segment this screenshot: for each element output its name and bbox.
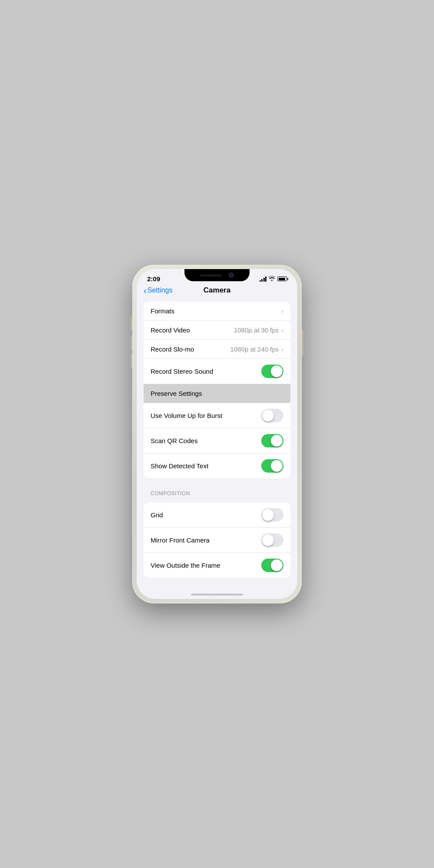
- scan-qr-toggle[interactable]: [261, 434, 283, 447]
- back-chevron-icon: ‹: [144, 286, 147, 296]
- scan-qr-label: Scan QR Codes: [151, 437, 261, 444]
- back-label: Settings: [148, 286, 173, 294]
- home-indicator: [191, 594, 243, 595]
- show-text-toggle[interactable]: [261, 459, 283, 473]
- volume-burst-toggle[interactable]: [261, 409, 283, 422]
- phone-frame: 2:09: [132, 265, 302, 603]
- volume-burst-label: Use Volume Up for Burst: [151, 412, 261, 419]
- record-stereo-toggle[interactable]: [261, 365, 283, 378]
- chevron-right-icon: ›: [281, 308, 283, 315]
- grid-toggle[interactable]: [261, 508, 283, 522]
- back-button[interactable]: ‹ Settings: [144, 286, 172, 296]
- formats-label: Formats: [151, 307, 281, 315]
- mirror-camera-toggle[interactable]: [261, 533, 283, 547]
- preserve-settings-label: Preserve Settings: [151, 390, 281, 397]
- record-video-value: 1080p at 30 fps: [234, 326, 279, 334]
- main-settings-group: Formats › Record Video 1080p at 30 fps ›…: [144, 302, 290, 478]
- toggle-thumb: [262, 534, 274, 546]
- mirror-camera-row: Mirror Front Camera: [144, 528, 290, 553]
- preserve-settings-row[interactable]: Preserve Settings ›: [144, 384, 290, 403]
- record-stereo-row: Record Stereo Sound: [144, 359, 290, 384]
- record-stereo-label: Record Stereo Sound: [151, 368, 261, 375]
- content-area: Formats › Record Video 1080p at 30 fps ›…: [137, 298, 297, 589]
- toggle-thumb: [271, 365, 283, 377]
- volume-burst-row: Use Volume Up for Burst: [144, 403, 290, 428]
- wifi-icon: [269, 276, 275, 282]
- view-outside-toggle[interactable]: [261, 559, 283, 572]
- grid-row: Grid: [144, 503, 290, 528]
- mirror-camera-label: Mirror Front Camera: [151, 536, 261, 544]
- show-text-label: Show Detected Text: [151, 462, 261, 470]
- page-title: Camera: [204, 286, 230, 295]
- composition-section-header: COMPOSITION: [137, 482, 297, 499]
- composition-settings-group: Grid Mirror Front Camera View Outside th…: [144, 503, 290, 578]
- record-video-row[interactable]: Record Video 1080p at 30 fps ›: [144, 321, 290, 340]
- chevron-right-icon: ›: [281, 346, 283, 353]
- formats-row[interactable]: Formats ›: [144, 302, 290, 321]
- toggle-thumb: [262, 509, 274, 521]
- toggle-thumb: [271, 559, 283, 571]
- notch: [184, 269, 250, 281]
- photo-capture-section-header: PHOTO CAPTURE: [137, 581, 297, 589]
- view-outside-row: View Outside the Frame: [144, 553, 290, 578]
- navigation-bar: ‹ Settings Camera: [137, 284, 297, 298]
- record-slomo-row[interactable]: Record Slo-mo 1080p at 240 fps ›: [144, 340, 290, 359]
- record-video-label: Record Video: [151, 326, 234, 334]
- scan-qr-row: Scan QR Codes: [144, 428, 290, 454]
- view-outside-label: View Outside the Frame: [151, 562, 261, 569]
- battery-icon: [277, 276, 287, 281]
- toggle-thumb: [271, 460, 283, 472]
- toggle-thumb: [271, 435, 283, 447]
- toggle-thumb: [262, 410, 274, 421]
- chevron-right-icon: ›: [281, 327, 283, 334]
- chevron-right-icon: ›: [281, 390, 283, 397]
- speaker: [200, 274, 222, 276]
- record-slomo-value: 1080p at 240 fps: [230, 345, 279, 353]
- clock: 2:09: [147, 275, 160, 283]
- show-text-row: Show Detected Text: [144, 454, 290, 478]
- phone-screen: 2:09: [137, 269, 297, 599]
- front-camera: [229, 273, 234, 278]
- signal-icon: [260, 276, 267, 282]
- status-icons: [260, 276, 287, 282]
- record-slomo-label: Record Slo-mo: [151, 345, 230, 353]
- grid-label: Grid: [151, 511, 261, 519]
